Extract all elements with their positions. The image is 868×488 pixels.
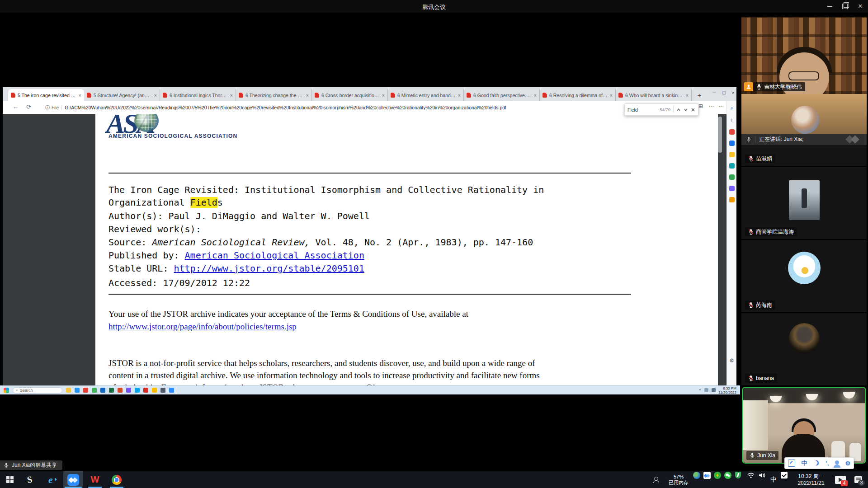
ime-fullwidth-moon-icon[interactable]: ☽ [813, 459, 819, 467]
security-shield-tray-icon[interactable] [734, 471, 742, 479]
inner-app-meeting-icon[interactable] [169, 388, 174, 393]
tab-close-icon[interactable]: × [686, 93, 689, 98]
inner-start-icon[interactable] [4, 388, 9, 393]
wps-task-button[interactable]: W [85, 471, 105, 488]
sidebar-app-icon-purple[interactable] [729, 186, 735, 191]
inner-app-edge-icon[interactable] [75, 388, 80, 393]
participant-tile-jlu[interactable]: 吉林大学鞠晓伟 [741, 17, 867, 94]
refresh-icon[interactable]: ⟳ [26, 103, 31, 110]
settings-menu-icon[interactable]: ⋯ [718, 103, 724, 111]
close-button[interactable]: × [853, 0, 868, 13]
ime-settings-icon[interactable]: ⚙ [845, 460, 851, 467]
tab-close-icon[interactable]: × [154, 93, 157, 98]
ime-language-icon[interactable]: 中 [801, 459, 807, 467]
inner-app-wechat-icon[interactable] [92, 388, 97, 393]
inner-app-chrome-icon[interactable] [83, 388, 88, 393]
sidebar-add-icon[interactable]: + [730, 117, 733, 123]
inner-clock[interactable]: 8:52 PM 11/20/2022 [719, 386, 736, 394]
wifi-tray-icon[interactable] [747, 471, 755, 479]
sidebar-app-icon-green[interactable] [729, 174, 735, 180]
participant-tile-rui[interactable]: 芮海南 [741, 240, 867, 312]
sidebar-settings-icon[interactable]: ⚙ [729, 357, 734, 364]
inner-tray-expand-icon[interactable]: ^ [699, 388, 701, 393]
tab-close-icon[interactable]: × [306, 93, 309, 98]
restore-button[interactable] [837, 0, 853, 13]
find-bar[interactable]: Field 54/70 [624, 103, 698, 116]
tab-close-icon[interactable]: × [79, 93, 81, 98]
people-button[interactable] [650, 471, 665, 488]
inner-tray-icon-1[interactable] [704, 388, 708, 392]
inner-app-settings-icon[interactable] [160, 388, 165, 393]
memory-status[interactable]: 57%已用内存 [665, 471, 693, 488]
pdf-scrollbar[interactable] [718, 114, 722, 385]
sidebar-app-icon-orange[interactable] [729, 197, 735, 202]
address-bar[interactable]: ⓘ File G:/ACM%20Wuhan%20U/2022%20seminar… [41, 103, 665, 112]
inner-app-qq-icon[interactable] [135, 388, 140, 393]
tab-resolving-dilemma[interactable]: 6 Resolving a dilemma of signal × [540, 89, 616, 101]
tab-mimetic-entry[interactable]: 6 Mimetic entry and bandwagon × [388, 89, 464, 101]
inner-app-notes-icon[interactable] [152, 388, 157, 393]
internet-explorer-button[interactable]: e [40, 471, 61, 488]
sidebar-app-icon-red[interactable] [729, 129, 735, 135]
participant-tile-junxia[interactable]: Jun Xia [742, 387, 866, 464]
find-input[interactable]: Field [627, 107, 657, 113]
participant-tile-miao[interactable]: 苗淑娟 [741, 94, 867, 166]
start-button[interactable] [0, 471, 20, 488]
find-next-icon[interactable] [684, 108, 688, 112]
tab-close-icon[interactable]: × [382, 93, 385, 98]
new-tab-button[interactable]: + [694, 90, 704, 100]
chrome-task-button[interactable] [107, 471, 127, 488]
sidebar-app-icon-blue[interactable] [729, 141, 735, 146]
volume-tray-icon[interactable] [758, 471, 766, 479]
minimize-button[interactable] [822, 0, 837, 13]
participant-tile-wen[interactable]: 商管学院温海涛 [741, 167, 867, 239]
tab-close-icon[interactable]: × [534, 93, 537, 98]
video-app-tray-button[interactable]: 4 [833, 471, 848, 488]
tab-theorizing-change[interactable]: 6 Theorizing change the role of × [236, 89, 312, 101]
back-icon[interactable]: ← [13, 103, 19, 110]
tab-iron-cage[interactable]: 5 The iron cage revisited Instituti × [8, 89, 84, 101]
tencent-meeting-task-button[interactable] [63, 471, 83, 488]
inner-app-pdf-icon[interactable] [143, 388, 148, 393]
profile-icon[interactable]: ⋯ [708, 103, 713, 111]
ime-mode-indicator[interactable]: 中 [768, 471, 779, 488]
terms-link[interactable]: http://www.jstor.org/page/info/about/pol… [108, 322, 297, 331]
tab-structure-agency[interactable]: 5 Structure! Agency! (and other × [84, 89, 160, 101]
action-center-button[interactable]: 3 [850, 471, 866, 488]
tab-good-faith[interactable]: 6 Good faith perspective.pdf × [464, 89, 540, 101]
scrollbar-thumb[interactable] [718, 117, 722, 153]
find-close-icon[interactable] [691, 108, 695, 112]
inner-app-teams-icon[interactable] [126, 388, 131, 393]
tab-sinking-ship[interactable]: 6 Who will board a sinking ship × [616, 89, 692, 101]
ime-toolbar[interactable]: 中 ☽ ’, ⚙ [784, 457, 854, 469]
sogou-input-button[interactable]: S [20, 471, 40, 488]
find-previous-icon[interactable] [676, 108, 681, 112]
stable-url-link[interactable]: http://www.jstor.org/stable/2095101 [174, 263, 364, 274]
ime-account-icon[interactable] [835, 460, 839, 465]
page-info-icon[interactable]: ⓘ [45, 104, 50, 111]
sidebar-app-icon-yellow[interactable] [729, 152, 735, 157]
tab-cross-border[interactable]: 6 Cross-border acquisitions by s × [312, 89, 388, 101]
inner-app-powerpoint-icon[interactable] [118, 388, 123, 393]
inner-app-excel-icon[interactable] [109, 388, 114, 393]
sidebar-app-icon-teal[interactable] [729, 163, 735, 169]
wechat-tray-icon[interactable] [724, 471, 731, 479]
browser-minimize-icon[interactable]: ─ [712, 90, 716, 95]
inner-tray-icon-2[interactable] [712, 388, 716, 392]
browser-maximize-icon[interactable]: □ [722, 90, 726, 95]
publisher-link[interactable]: American Sociological Association [185, 250, 364, 261]
browser-close-icon[interactable]: × [732, 90, 735, 95]
inner-app-word-icon[interactable] [100, 388, 105, 393]
sidebar-search-icon[interactable]: ⌕ [730, 105, 733, 111]
tab-close-icon[interactable]: × [610, 93, 613, 98]
taskbar-clock[interactable]: 10:32 周一2022/11/21 [790, 471, 832, 488]
tab-institutional-logics[interactable]: 6 Institutional logics Thornton.p × [160, 89, 236, 101]
ime-logo-icon[interactable] [788, 460, 795, 467]
network-globe-tray-icon[interactable] [693, 471, 700, 479]
extensions-icon[interactable]: ⊞ [698, 103, 703, 111]
inner-app-folder-icon[interactable] [66, 388, 71, 393]
participant-tile-banana[interactable]: banana [741, 313, 867, 385]
tab-close-icon[interactable]: × [230, 93, 233, 98]
sogou-status-tray-icon[interactable] [780, 471, 788, 479]
inner-search-box[interactable]: ⌕Search [13, 387, 62, 394]
